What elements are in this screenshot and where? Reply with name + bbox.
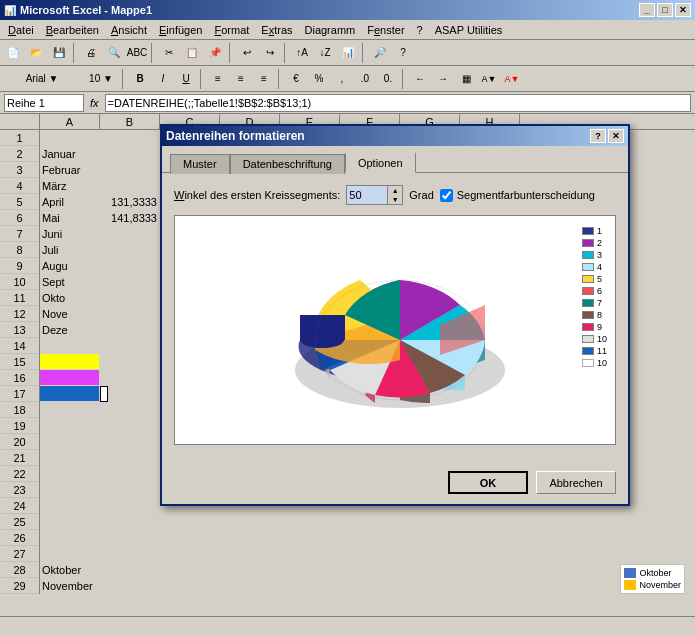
- cell-5a[interactable]: April: [40, 194, 100, 210]
- cell-1b[interactable]: [100, 130, 160, 146]
- row-19[interactable]: 19: [0, 418, 39, 434]
- cell-29b[interactable]: [100, 578, 160, 594]
- cell-11b[interactable]: [100, 290, 160, 306]
- cell-28c[interactable]: [160, 562, 220, 578]
- cell-5b[interactable]: 131,3333: [100, 194, 160, 210]
- spell-btn[interactable]: ABC: [126, 42, 148, 64]
- row-9[interactable]: 9: [0, 258, 39, 274]
- row-21[interactable]: 21: [0, 450, 39, 466]
- cell-15a[interactable]: [40, 354, 100, 370]
- cell-29h[interactable]: [460, 578, 520, 594]
- menu-extras[interactable]: Extras: [255, 22, 298, 38]
- row-29[interactable]: 29: [0, 578, 39, 594]
- redo-btn[interactable]: ↪: [259, 42, 281, 64]
- indent-dec-btn[interactable]: ←: [409, 68, 431, 90]
- dialog-close-button[interactable]: ✕: [608, 129, 624, 143]
- cell-3b[interactable]: [100, 162, 160, 178]
- cell-10b[interactable]: [100, 274, 160, 290]
- cell-9b[interactable]: [100, 258, 160, 274]
- cell-25b[interactable]: [100, 514, 160, 530]
- cell-25g[interactable]: [400, 514, 460, 530]
- cell-12b[interactable]: [100, 306, 160, 322]
- cell-27c[interactable]: [160, 546, 220, 562]
- cell-29a[interactable]: November: [40, 578, 100, 594]
- cell-1a[interactable]: [40, 130, 100, 146]
- tab-datenbeschriftung[interactable]: Datenbeschriftung: [230, 154, 345, 174]
- cell-26d[interactable]: [220, 530, 280, 546]
- cell-24b[interactable]: [100, 498, 160, 514]
- save-btn[interactable]: 💾: [48, 42, 70, 64]
- row-5[interactable]: 5: [0, 194, 39, 210]
- row-14[interactable]: 14: [0, 338, 39, 354]
- cell-26f[interactable]: [340, 530, 400, 546]
- cell-22a[interactable]: [40, 466, 100, 482]
- cell-25a[interactable]: [40, 514, 100, 530]
- cell-27h[interactable]: [460, 546, 520, 562]
- row-1[interactable]: 1: [0, 130, 39, 146]
- row-4[interactable]: 4: [0, 178, 39, 194]
- cell-26e[interactable]: [280, 530, 340, 546]
- cell-28h[interactable]: [460, 562, 520, 578]
- cell-19b[interactable]: [100, 418, 160, 434]
- row-17[interactable]: 17: [0, 386, 39, 402]
- cell-8a[interactable]: Juli: [40, 242, 100, 258]
- cell-16a[interactable]: [40, 370, 100, 386]
- cell-14a[interactable]: [40, 338, 100, 354]
- cell-23b[interactable]: [100, 482, 160, 498]
- tab-optionen[interactable]: Optionen: [345, 152, 416, 173]
- cell-19a[interactable]: [40, 418, 100, 434]
- cell-25c[interactable]: [160, 514, 220, 530]
- cell-25d[interactable]: [220, 514, 280, 530]
- cancel-button[interactable]: Abbrechen: [536, 471, 616, 494]
- cell-26a[interactable]: [40, 530, 100, 546]
- cell-26c[interactable]: [160, 530, 220, 546]
- cell-16b[interactable]: [100, 370, 160, 386]
- cell-11a[interactable]: Okto: [40, 290, 100, 306]
- font-select[interactable]: Arial ▼: [2, 68, 82, 90]
- row-11[interactable]: 11: [0, 290, 39, 306]
- bold-btn[interactable]: B: [129, 68, 151, 90]
- row-13[interactable]: 13: [0, 322, 39, 338]
- print-btn[interactable]: 🖨: [80, 42, 102, 64]
- cell-24a[interactable]: [40, 498, 100, 514]
- menu-asap[interactable]: ASAP Utilities: [429, 22, 509, 38]
- percent-btn[interactable]: %: [308, 68, 330, 90]
- cell-22b[interactable]: [100, 466, 160, 482]
- row-27[interactable]: 27: [0, 546, 39, 562]
- sort-asc-btn[interactable]: ↑A: [291, 42, 313, 64]
- col-B[interactable]: B: [100, 114, 160, 129]
- dialog-help-button[interactable]: ?: [590, 129, 606, 143]
- cell-25f[interactable]: [340, 514, 400, 530]
- cell-2a[interactable]: Januar: [40, 146, 100, 162]
- menu-help[interactable]: ?: [411, 22, 429, 38]
- cell-29e[interactable]: [280, 578, 340, 594]
- cell-28f[interactable]: [340, 562, 400, 578]
- menu-datei[interactable]: Datei: [2, 22, 40, 38]
- row-6[interactable]: 6: [0, 210, 39, 226]
- dec-dec-btn[interactable]: 0.: [377, 68, 399, 90]
- underline-btn[interactable]: U: [175, 68, 197, 90]
- comma-btn[interactable]: ,: [331, 68, 353, 90]
- cell-28a[interactable]: Oktober: [40, 562, 100, 578]
- cell-17b[interactable]: [100, 386, 108, 402]
- row-7[interactable]: 7: [0, 226, 39, 242]
- cell-27f[interactable]: [340, 546, 400, 562]
- align-center-btn[interactable]: ≡: [230, 68, 252, 90]
- cell-6a[interactable]: Mai: [40, 210, 100, 226]
- row-8[interactable]: 8: [0, 242, 39, 258]
- cell-27e[interactable]: [280, 546, 340, 562]
- currency-btn[interactable]: €: [285, 68, 307, 90]
- menu-format[interactable]: Format: [208, 22, 255, 38]
- cell-20b[interactable]: [100, 434, 160, 450]
- cell-3a[interactable]: Februar: [40, 162, 100, 178]
- cell-28g[interactable]: [400, 562, 460, 578]
- cell-15b[interactable]: [100, 354, 160, 370]
- ok-button[interactable]: OK: [448, 471, 528, 494]
- sort-desc-btn[interactable]: ↓Z: [314, 42, 336, 64]
- cell-6b[interactable]: 141,8333: [100, 210, 160, 226]
- dec-inc-btn[interactable]: .0: [354, 68, 376, 90]
- cell-4a[interactable]: März: [40, 178, 100, 194]
- cell-7b[interactable]: [100, 226, 160, 242]
- undo-btn[interactable]: ↩: [236, 42, 258, 64]
- cell-13b[interactable]: [100, 322, 160, 338]
